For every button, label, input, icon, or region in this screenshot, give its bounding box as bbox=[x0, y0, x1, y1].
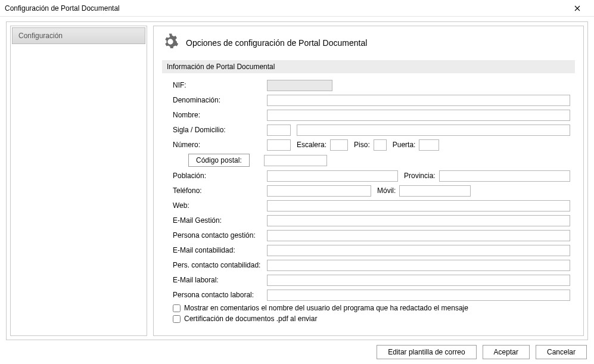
section-title: Información de Portal Documental bbox=[162, 60, 575, 73]
main-panel: Opciones de configuración de Portal Docu… bbox=[153, 26, 584, 336]
escalera-field[interactable] bbox=[330, 139, 348, 151]
checkbox-certificacion-label: Certificación de documentos .pdf al envi… bbox=[184, 315, 317, 323]
email-gestion-field[interactable] bbox=[267, 215, 570, 226]
aceptar-button[interactable]: Aceptar bbox=[483, 345, 530, 359]
label-persona-gestion: Persona contacto gestión: bbox=[173, 231, 267, 239]
footer: Editar plantilla de correo Aceptar Cance… bbox=[377, 345, 587, 359]
label-persona-contabilidad: Pers. contacto contabilidad: bbox=[173, 261, 267, 269]
web-field[interactable] bbox=[267, 200, 570, 211]
email-laboral-field[interactable] bbox=[267, 275, 570, 286]
gear-icon bbox=[162, 33, 179, 52]
movil-field[interactable] bbox=[399, 185, 471, 197]
label-piso: Piso: bbox=[348, 141, 374, 149]
label-email-gestion: E-Mail Gestión: bbox=[173, 216, 267, 225]
cancelar-button[interactable]: Cancelar bbox=[536, 345, 587, 359]
checkbox-certificacion[interactable] bbox=[173, 315, 181, 323]
label-email-contabilidad: E-Mail contabilidad: bbox=[173, 246, 267, 254]
persona-gestion-field[interactable] bbox=[267, 230, 570, 241]
label-movil: Móvil: bbox=[371, 186, 399, 195]
checkbox-mostrar-comentarios[interactable] bbox=[173, 304, 181, 312]
close-button[interactable] bbox=[565, 0, 589, 17]
label-provincia: Provincia: bbox=[398, 172, 439, 180]
editar-plantilla-button[interactable]: Editar plantilla de correo bbox=[377, 345, 476, 359]
domicilio-field[interactable] bbox=[297, 125, 570, 136]
email-contabilidad-field[interactable] bbox=[267, 245, 570, 256]
label-sigla-domicilio: Sigla / Domicilio: bbox=[173, 126, 267, 134]
form: NIF: Denominación: Nombre: Sigla / Domic… bbox=[162, 79, 575, 323]
close-icon bbox=[574, 5, 580, 11]
puerta-field[interactable] bbox=[419, 139, 439, 151]
persona-contabilidad-field[interactable] bbox=[267, 260, 570, 271]
dialog-frame: Configuración Opciones de configuración … bbox=[6, 21, 588, 340]
titlebar: Configuración de Portal Documental bbox=[0, 0, 594, 17]
label-email-laboral: E-Mail laboral: bbox=[173, 276, 267, 284]
label-web: Web: bbox=[173, 201, 267, 210]
label-nombre: Nombre: bbox=[173, 111, 267, 119]
window-title: Configuración de Portal Documental bbox=[5, 4, 565, 13]
checkbox-mostrar-comentarios-label: Mostrar en comentarios el nombre del usu… bbox=[184, 304, 468, 312]
label-telefono: Teléfono: bbox=[173, 186, 267, 195]
sigla-field[interactable] bbox=[267, 125, 291, 136]
label-escalera: Escalera: bbox=[291, 141, 330, 149]
nombre-field[interactable] bbox=[267, 110, 570, 121]
nif-field bbox=[267, 80, 332, 91]
sidebar: Configuración bbox=[10, 26, 147, 336]
label-nif: NIF: bbox=[173, 81, 267, 89]
label-puerta: Puerta: bbox=[387, 141, 419, 149]
numero-field[interactable] bbox=[267, 139, 291, 151]
poblacion-field[interactable] bbox=[267, 170, 398, 182]
label-numero: Número: bbox=[173, 141, 267, 149]
sidebar-tab-configuracion[interactable]: Configuración bbox=[12, 27, 145, 44]
persona-laboral-field[interactable] bbox=[267, 290, 570, 301]
label-persona-laboral: Persona contacto laboral: bbox=[173, 291, 267, 299]
piso-field[interactable] bbox=[374, 139, 387, 151]
provincia-field[interactable] bbox=[439, 170, 570, 182]
denominacion-field[interactable] bbox=[267, 95, 570, 106]
panel-heading: Opciones de configuración de Portal Docu… bbox=[186, 38, 367, 48]
label-poblacion: Población: bbox=[173, 172, 267, 180]
label-denominacion: Denominación: bbox=[173, 96, 267, 104]
codigo-postal-field[interactable] bbox=[264, 155, 327, 166]
telefono-field[interactable] bbox=[267, 185, 371, 197]
codigo-postal-button[interactable]: Código postal: bbox=[188, 154, 250, 167]
